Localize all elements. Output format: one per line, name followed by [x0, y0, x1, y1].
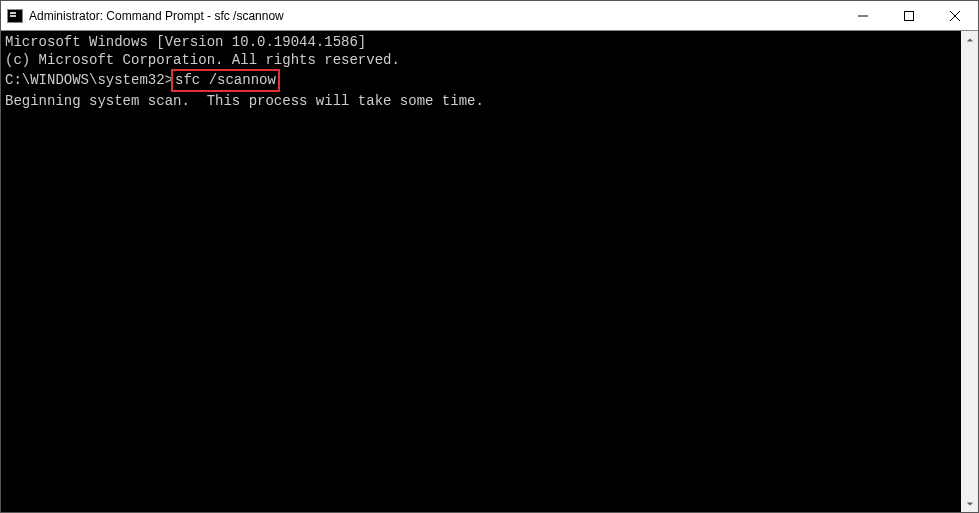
scroll-down-button[interactable]: [961, 495, 978, 512]
command-highlight: sfc /scannow: [171, 69, 280, 91]
scroll-up-button[interactable]: [961, 31, 978, 48]
prompt-path: C:\WINDOWS\system32>: [5, 72, 173, 88]
command-prompt-window: Administrator: Command Prompt - sfc /sca…: [0, 0, 979, 513]
chevron-up-icon: [966, 36, 974, 44]
svg-rect-1: [905, 11, 914, 20]
status-line: Beginning system scan. This process will…: [5, 92, 957, 110]
content-area: Microsoft Windows [Version 10.0.19044.15…: [1, 31, 978, 512]
maximize-button[interactable]: [886, 1, 932, 30]
close-button[interactable]: [932, 1, 978, 30]
version-line: Microsoft Windows [Version 10.0.19044.15…: [5, 33, 957, 51]
maximize-icon: [904, 11, 914, 21]
minimize-icon: [858, 11, 868, 21]
scroll-track[interactable]: [961, 48, 978, 495]
copyright-line: (c) Microsoft Corporation. All rights re…: [5, 51, 957, 69]
terminal-output[interactable]: Microsoft Windows [Version 10.0.19044.15…: [1, 31, 961, 512]
prompt-line: C:\WINDOWS\system32>sfc /scannow: [5, 69, 957, 91]
vertical-scrollbar[interactable]: [961, 31, 978, 512]
cmd-icon: [7, 9, 23, 23]
window-controls: [840, 1, 978, 30]
close-icon: [950, 11, 960, 21]
window-titlebar[interactable]: Administrator: Command Prompt - sfc /sca…: [1, 1, 978, 31]
chevron-down-icon: [966, 500, 974, 508]
window-title: Administrator: Command Prompt - sfc /sca…: [29, 9, 840, 23]
command-text: sfc /scannow: [175, 72, 276, 88]
minimize-button[interactable]: [840, 1, 886, 30]
